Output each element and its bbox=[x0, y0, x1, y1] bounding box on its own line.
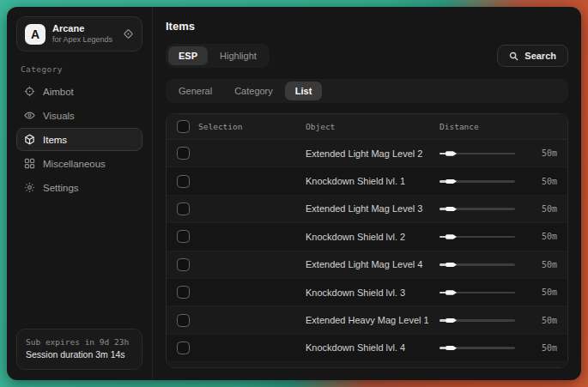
slider-fill bbox=[439, 319, 446, 322]
distance-value: 50m bbox=[529, 177, 568, 186]
category-label: Category bbox=[21, 64, 138, 74]
tab-esp[interactable]: ESP bbox=[168, 46, 208, 65]
slider-fill bbox=[439, 153, 446, 155]
slider-thumb[interactable] bbox=[446, 346, 457, 351]
table-row: Extended Heavy Mag Level 1 50m bbox=[167, 306, 567, 334]
sidebar-item-label: Visuals bbox=[43, 111, 75, 121]
distance-slider[interactable] bbox=[439, 315, 515, 325]
object-name: Extended Light Mag Level 2 bbox=[295, 148, 439, 159]
session-duration-text: Session duration 3m 14s bbox=[26, 348, 133, 362]
items-table: Selection Object Distance Color Extended… bbox=[166, 113, 568, 368]
select-all-checkbox[interactable] bbox=[177, 120, 190, 133]
row-checkbox[interactable] bbox=[177, 314, 190, 327]
app-logo: A bbox=[25, 24, 45, 45]
row-checkbox[interactable] bbox=[177, 342, 190, 354]
header-selection: Selection bbox=[198, 122, 242, 131]
distance-slider[interactable] bbox=[439, 259, 515, 269]
distance-value: 50m bbox=[529, 316, 568, 325]
search-button[interactable]: Search bbox=[497, 45, 568, 67]
object-name: Knockdown Shield lvl. 1 bbox=[295, 176, 439, 186]
row-checkbox[interactable] bbox=[177, 147, 190, 160]
distance-slider[interactable] bbox=[439, 176, 515, 186]
distance-slider[interactable] bbox=[439, 342, 515, 353]
sidebar-item-miscellaneous[interactable]: Miscellaneous bbox=[16, 152, 142, 175]
main-panel: Items ESP Highlight Search General Categ… bbox=[153, 7, 581, 380]
row-checkbox[interactable] bbox=[177, 286, 190, 299]
diamond-icon[interactable] bbox=[123, 28, 134, 39]
sidebar-item-settings[interactable]: Settings bbox=[16, 176, 142, 199]
sidebar-item-label: Aimbot bbox=[43, 87, 74, 97]
page-title: Items bbox=[166, 20, 568, 33]
object-name: Knockdown Shield lvl. 3 bbox=[295, 287, 439, 298]
tab-category[interactable]: Category bbox=[224, 82, 283, 100]
session-card: Sub expires in 9d 23h Session duration 3… bbox=[16, 329, 142, 370]
slider-thumb[interactable] bbox=[446, 290, 457, 295]
tab-highlight[interactable]: Highlight bbox=[209, 46, 267, 65]
brand-card: A Arcane for Apex Legends bbox=[16, 16, 142, 51]
toolbar: ESP Highlight Search bbox=[166, 44, 568, 68]
table-row: Extended Light Mag Level 2 50m bbox=[167, 140, 567, 167]
slider-thumb[interactable] bbox=[446, 179, 457, 184]
search-button-label: Search bbox=[524, 51, 556, 61]
distance-slider[interactable] bbox=[439, 148, 515, 159]
distance-value: 50m bbox=[529, 343, 568, 353]
slider-fill bbox=[439, 347, 446, 349]
slider-thumb[interactable] bbox=[446, 263, 457, 268]
row-checkbox[interactable] bbox=[177, 203, 190, 215]
sidebar-item-label: Items bbox=[43, 135, 67, 145]
app-window: A Arcane for Apex Legends Category Aimbo… bbox=[7, 7, 581, 380]
table-body: Extended Light Mag Level 2 50m Knockdown… bbox=[167, 140, 567, 367]
table-header: Selection Object Distance Color bbox=[167, 114, 567, 140]
table-row: Knockdown Shield lvl. 3 50m bbox=[167, 279, 567, 306]
sidebar: A Arcane for Apex Legends Category Aimbo… bbox=[7, 7, 153, 380]
object-name: Knockdown Shield lvl. 2 bbox=[295, 232, 439, 242]
tab-general[interactable]: General bbox=[168, 82, 222, 100]
package-icon bbox=[24, 134, 35, 145]
sidebar-item-label: Miscellaneous bbox=[43, 159, 106, 169]
distance-slider[interactable] bbox=[439, 232, 515, 242]
slider-fill bbox=[439, 263, 446, 266]
distance-value: 50m bbox=[529, 260, 568, 269]
object-name: Extended Heavy Mag Level 1 bbox=[295, 315, 439, 325]
slider-fill bbox=[439, 180, 446, 183]
distance-value: 50m bbox=[529, 204, 568, 214]
sub-expires-text: Sub expires in 9d 23h bbox=[26, 336, 133, 348]
distance-value: 50m bbox=[529, 287, 568, 297]
sidebar-item-label: Settings bbox=[43, 183, 79, 193]
row-checkbox[interactable] bbox=[177, 175, 190, 188]
distance-slider[interactable] bbox=[439, 287, 515, 298]
slider-thumb[interactable] bbox=[446, 207, 457, 212]
slider-fill bbox=[439, 208, 446, 210]
app-subtitle: for Apex Legends bbox=[52, 35, 112, 45]
slider-thumb[interactable] bbox=[446, 234, 457, 239]
slider-fill bbox=[439, 236, 446, 239]
table-row: Knockdown Shield lvl. 4 50m bbox=[167, 335, 567, 362]
row-checkbox[interactable] bbox=[177, 258, 190, 271]
search-icon bbox=[509, 51, 518, 61]
table-row: Knockdown Shield lvl. 1 50m bbox=[167, 167, 567, 195]
view-tab-group: General Category List bbox=[166, 79, 568, 103]
tab-list[interactable]: List bbox=[285, 82, 323, 100]
sidebar-item-items[interactable]: Items bbox=[16, 128, 142, 151]
row-checkbox[interactable] bbox=[177, 230, 190, 243]
crosshair-icon bbox=[24, 86, 35, 97]
distance-value: 50m bbox=[529, 148, 568, 158]
mode-tab-group: ESP Highlight bbox=[166, 44, 270, 68]
eye-icon bbox=[24, 110, 35, 121]
slider-fill bbox=[439, 292, 446, 294]
table-row: Extended Light Mag Level 3 50m bbox=[167, 196, 567, 223]
gear-icon bbox=[24, 182, 35, 193]
header-object: Object bbox=[295, 122, 439, 131]
distance-slider[interactable] bbox=[439, 203, 515, 214]
distance-value: 50m bbox=[529, 232, 568, 241]
slider-thumb[interactable] bbox=[446, 151, 457, 156]
app-name: Arcane bbox=[52, 23, 112, 35]
object-name: Knockdown Shield lvl. 4 bbox=[295, 342, 439, 353]
table-row: Backpack lvl. 1 50m bbox=[167, 362, 567, 368]
object-name: Extended Light Mag Level 4 bbox=[295, 259, 439, 269]
table-row: Knockdown Shield lvl. 2 50m bbox=[167, 223, 567, 251]
sidebar-item-visuals[interactable]: Visuals bbox=[16, 104, 142, 127]
sidebar-item-aimbot[interactable]: Aimbot bbox=[16, 80, 142, 103]
table-row: Extended Light Mag Level 4 50m bbox=[167, 251, 567, 279]
slider-thumb[interactable] bbox=[446, 318, 457, 324]
